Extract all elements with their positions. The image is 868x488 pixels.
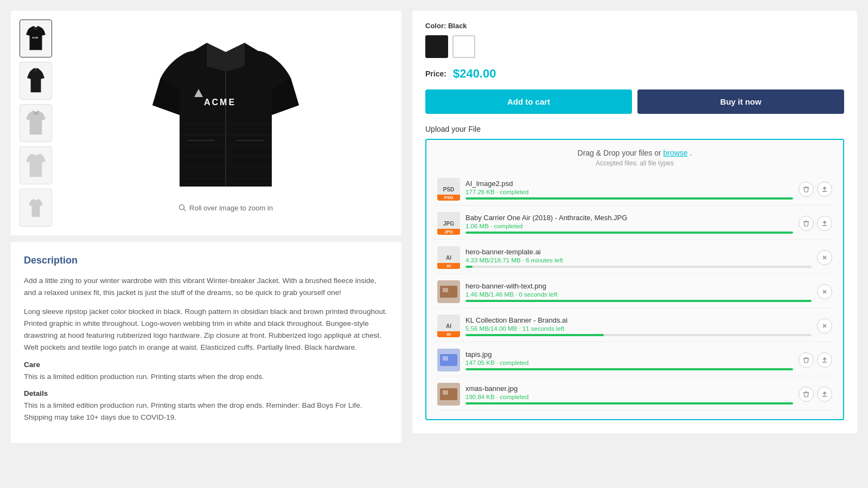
dropzone-text: Drag & Drop your files or [578,149,661,157]
file-status: 177.26 KB · completed [465,189,793,195]
browse-link[interactable]: browse [663,149,688,157]
details-label: Details [24,389,388,397]
description-title: Description [24,255,388,266]
file-item: hero-banner-with-text.png1.46 MB/1.46 MB… [435,276,834,308]
file-info: Baby Carrier One Air (2018) - Anthracite… [465,214,793,234]
file-actions [799,387,832,402]
svg-rect-39 [443,390,448,395]
svg-rect-38 [440,388,457,400]
file-actions [817,250,832,265]
file-thumbnail: JPGJPG [437,212,460,235]
file-info: AI_Image2.psd177.26 KB · completed [465,179,793,200]
file-cancel-button[interactable] [817,284,832,299]
price-label: Price: [425,69,446,78]
file-cancel-button[interactable] [817,318,832,333]
file-item: AIAIKL Collection Banner - Brands.ai5.56… [435,310,834,342]
file-actions [817,318,832,333]
progress-bar [465,300,812,302]
thumbnail-2[interactable] [20,62,52,100]
price-value: $240.00 [453,67,496,81]
add-to-cart-button[interactable]: Add to cart [425,89,632,114]
dropzone-period: . [690,149,692,157]
color-label-text: Color: [425,22,446,30]
thumbnail-5[interactable] [20,189,52,227]
file-status: 190.84 KB · completed [465,394,793,400]
price-row: Price: $240.00 [425,67,844,81]
thumbnail-4[interactable] [20,146,52,184]
file-upload-button[interactable] [817,352,832,368]
file-status: 1.46 MB/1.46 MB · 0 seconds left [465,291,812,298]
file-status: 147.05 KB · completed [465,359,793,366]
svg-rect-26 [443,288,448,292]
description-section: Description Add a little zing to your wi… [11,242,401,443]
file-actions [799,182,832,197]
file-actions [799,216,832,231]
file-thumbnail: AIAI [437,314,460,337]
svg-line-15 [184,209,186,211]
file-name: Baby Carrier One Air (2018) - Anthracite… [465,214,793,222]
file-info: hero-banner-template.ai4.33 MB/218.71 MB… [465,248,812,268]
progress-bar [465,232,793,234]
file-item: tapis.jpg147.05 KB · completed [435,344,834,376]
svg-text:ACME: ACME [204,98,236,107]
file-item: JPGJPGBaby Carrier One Air (2018) - Anth… [435,208,834,240]
svg-rect-0 [30,36,31,50]
thumbnail-1[interactable]: ACME [20,20,52,57]
file-status: 5.56 MB/14.00 MB · 11 seconds left [465,325,812,332]
main-product-image: ACME [59,20,393,227]
file-upload-button[interactable] [817,182,832,197]
file-name: hero-banner-with-text.png [465,282,812,290]
progress-bar [465,402,793,404]
product-options: Color: Black Price: $240.00 Add to cart … [412,11,857,433]
file-thumbnail: PSDPSD [437,178,460,201]
file-name: hero-banner-template.ai [465,248,812,256]
swatch-white[interactable] [452,35,475,58]
progress-bar [465,334,812,336]
file-item: AIAIhero-banner-template.ai4.33 MB/218.7… [435,242,834,274]
description-para1: Add a little zing to your winter wardrob… [24,275,388,299]
file-list: PSDPSDAI_Image2.psd177.26 KB · completed… [435,174,834,410]
upload-dropzone[interactable]: Drag & Drop your files or browse . Accep… [425,139,844,420]
file-delete-button[interactable] [799,387,814,402]
file-item: PSDPSDAI_Image2.psd177.26 KB · completed [435,174,834,206]
action-buttons: Add to cart Buy it now [425,89,844,114]
file-delete-button[interactable] [799,216,814,231]
file-name: AI_Image2.psd [465,179,793,188]
file-status: 1.06 MB · completed [465,223,793,229]
color-label: Color: Black [425,22,844,30]
dropzone-subtext: Accepted files: all file types [435,159,834,167]
svg-text:ACME: ACME [32,37,39,39]
file-delete-button[interactable] [799,352,814,368]
zoom-text: Roll over image to zoom in [189,204,273,212]
description-para2: Long sleeve ripstop jacket color blocked… [24,306,388,354]
file-thumbnail: AIAI [437,246,460,269]
jacket-svg: ACME [150,35,302,197]
file-status: 4.33 MB/218.71 MB · 6 minutes left [465,257,812,264]
file-name: tapis.jpg [465,350,793,358]
file-upload-button[interactable] [817,216,832,231]
color-selected: Black [448,22,467,30]
file-delete-button[interactable] [799,182,814,197]
svg-rect-25 [440,286,457,298]
left-panel: ACME [11,11,401,443]
file-thumbnail [437,280,460,303]
thumbnail-3[interactable] [20,104,52,142]
svg-rect-1 [41,36,42,50]
dropzone-header: Drag & Drop your files or browse . [435,149,834,157]
file-name: KL Collection Banner - Brands.ai [465,316,812,324]
buy-it-now-button[interactable]: Buy it now [637,89,844,114]
file-name: xmas-banner.jpg [465,384,793,393]
file-info: tapis.jpg147.05 KB · completed [465,350,793,370]
file-upload-button[interactable] [817,387,832,402]
search-icon [178,204,186,211]
file-thumbnail [437,383,460,406]
svg-rect-32 [440,354,457,366]
swatch-black[interactable] [425,35,448,58]
file-cancel-button[interactable] [817,250,832,265]
zoom-hint: Roll over image to zoom in [178,204,273,212]
file-info: hero-banner-with-text.png1.46 MB/1.46 MB… [465,282,812,302]
color-swatches [425,35,844,58]
product-image-section: ACME [11,11,401,235]
file-actions [799,352,832,368]
thumbnail-list: ACME [20,20,52,227]
